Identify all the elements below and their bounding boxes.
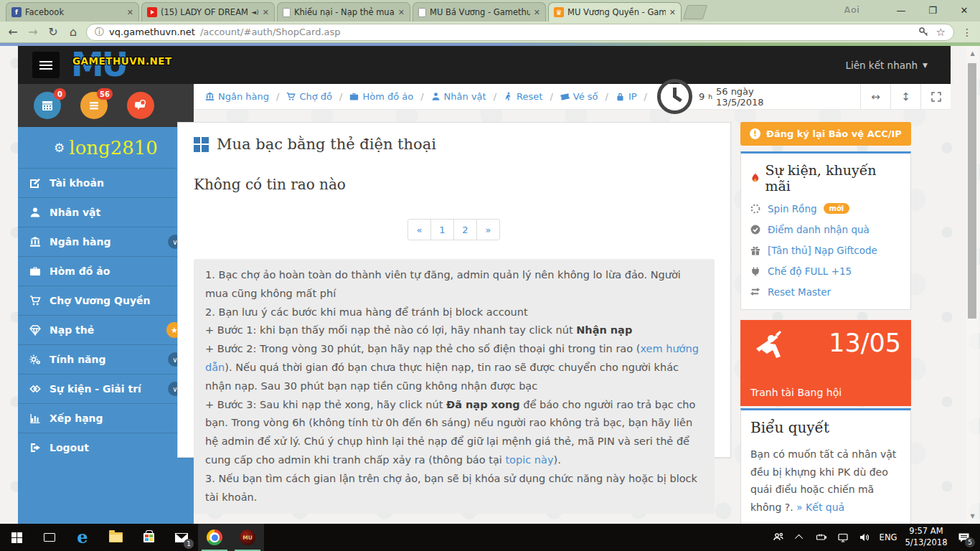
sidebar-item-label: Chợ Vương Quyền (50, 295, 150, 306)
pagination-prev[interactable]: « (407, 219, 431, 240)
battery-icon[interactable] (811, 524, 832, 551)
chrome-profile-name[interactable]: Aoi (844, 5, 859, 15)
sidebar-item-ngan-hang[interactable]: Ngân hàng ∨ (18, 227, 194, 256)
protect-acc-ip-button[interactable]: ! Đăng ký lại Bảo vệ ACC/IP (740, 122, 911, 146)
breadcrumb-link-ve-so[interactable]: Vé số (560, 91, 598, 102)
tab-close-icon[interactable]: ✕ (263, 8, 269, 17)
task-view-button[interactable] (33, 524, 66, 551)
quick-links-dropdown[interactable]: Liên kết nhanh ▼ (845, 46, 928, 84)
network-icon[interactable] (832, 524, 854, 551)
bar-chart-icon (29, 413, 50, 424)
calendar-button[interactable]: 0 (34, 92, 61, 119)
tab-close-icon[interactable]: ✕ (398, 8, 405, 17)
tab-youtube[interactable]: (15) LADY OF DREAM ◄) ✕ (141, 2, 275, 22)
chrome-button[interactable] (198, 524, 231, 551)
fullscreen-icon[interactable] (920, 84, 951, 110)
tab-audio-icon[interactable]: ◄) (251, 9, 258, 16)
event-link-spin-rong[interactable]: Spin Rồng mới (750, 198, 901, 219)
forward-icon[interactable]: → (26, 25, 40, 39)
tab-close-icon[interactable]: ✕ (534, 8, 540, 17)
tab-close-icon[interactable]: ✕ (669, 8, 676, 17)
pagination-next[interactable]: » (476, 219, 500, 240)
warrior-icon (752, 329, 791, 367)
page-scrollbar[interactable]: ▲ ▼ (966, 46, 979, 524)
pagination-page-2[interactable]: 2 (453, 219, 477, 240)
resize-horizontal-icon[interactable]: ↔ (860, 84, 890, 110)
event-link-giftcode[interactable]: [Tân thủ] Nạp Giftcode (750, 240, 901, 260)
event-card[interactable]: 13/05 Tranh tài Bang hội (740, 320, 911, 406)
gear-icon: ⚙ (54, 141, 65, 155)
page-info-icon[interactable]: ⓘ (95, 26, 104, 39)
walking-person-icon (504, 92, 513, 101)
scroll-up-icon[interactable]: ▲ (966, 50, 979, 57)
new-tab-button[interactable] (683, 5, 707, 19)
sidebar-item-nap-the[interactable]: Nạp thẻ ★ (18, 315, 194, 344)
breadcrumb-link-nhan-vat[interactable]: Nhân vật (431, 91, 486, 102)
edge-button[interactable]: e (66, 524, 99, 551)
site-logo[interactable]: MU GAMETHUVN.NET (71, 46, 126, 85)
volume-icon[interactable] (854, 524, 875, 551)
scroll-down-icon[interactable]: ▼ (966, 513, 979, 519)
sidebar-item-label: Nhân vật (50, 207, 100, 218)
hidden-icons-chevron[interactable] (789, 524, 811, 551)
sidebar-item-nhan-vat[interactable]: Nhân vật (18, 197, 194, 227)
hamburger-menu-icon[interactable] (32, 52, 60, 78)
home-icon[interactable]: ⌂ (66, 25, 80, 39)
tab-khieu-nai[interactable]: Khiếu nại - Nạp thẻ mua ✕ (277, 2, 410, 22)
instruction-line: 2. Bạn lưu ý các bước khi mua hàng để tr… (205, 303, 703, 322)
scrollbar-thumb[interactable] (968, 63, 976, 319)
sidebar-item-cho-vuong-quyen[interactable]: Chợ Vương Quyền (18, 286, 194, 315)
sidebar-item-logout[interactable]: Logout (18, 433, 194, 462)
event-link-full-15[interactable]: Chế độ FULL +15 (750, 260, 901, 281)
back-icon[interactable]: ← (6, 25, 20, 39)
poll-question: Bạn có muốn tất cả nhân vật đều bị khựng… (750, 446, 901, 516)
close-button[interactable]: ✕ (948, 0, 980, 20)
breadcrumb-link-hom-do-ao[interactable]: Hòm đồ ảo (349, 91, 413, 102)
pagination-page-1[interactable]: 1 (430, 219, 454, 240)
breadcrumb-link-reset[interactable]: Reset (504, 91, 542, 102)
sidebar-item-tai-khoan[interactable]: Tài khoản (18, 168, 194, 197)
bank-icon (29, 236, 50, 248)
bookmark-star-icon[interactable]: ☆ (936, 26, 946, 39)
poll-result-link[interactable]: » Kết quả (796, 501, 844, 513)
breadcrumb-link-cho-do[interactable]: Chợ đồ (286, 91, 332, 102)
store-button[interactable] (132, 524, 165, 551)
start-button[interactable] (0, 524, 33, 551)
taskbar-clock[interactable]: 9:57 AM5/13/2018 (901, 524, 951, 551)
breadcrumb-link-ngan-hang[interactable]: Ngân hàng (205, 91, 269, 102)
cart-icon (286, 92, 296, 101)
gears-icon (29, 354, 50, 365)
file-explorer-button[interactable] (99, 524, 132, 551)
tab-close-icon[interactable]: ✕ (127, 8, 133, 17)
chrome-menu-icon[interactable]: ⋮ (960, 27, 974, 38)
browser-tabstrip: f Facebook ✕ (15) LADY OF DREAM ◄) ✕ Khi… (0, 0, 980, 22)
events-panel-title: Sự kiện, khuyến mãi (765, 162, 902, 194)
sidebar-item-xep-hang[interactable]: Xếp hạng (18, 403, 194, 433)
tab-mu-vuong-quyen-active[interactable]: ♛ MU Vương Quyền - Gam ✕ (548, 2, 682, 22)
resize-vertical-icon[interactable]: ↕ (890, 84, 920, 110)
page-title: Mua bạc bằng thẻ điện thoại (217, 136, 436, 153)
list-button[interactable]: 56 (80, 92, 108, 119)
event-link-reset-master[interactable]: Reset Master (750, 281, 901, 302)
people-icon[interactable] (768, 524, 789, 551)
tab-facebook[interactable]: f Facebook ✕ (6, 2, 139, 22)
logout-icon (29, 442, 50, 453)
restore-button[interactable]: ❐ (917, 0, 948, 20)
chat-button[interactable] (127, 92, 154, 119)
key-icon[interactable] (918, 27, 929, 37)
action-center-button[interactable]: 5 (951, 524, 976, 551)
poll-panel: Biểu quyết Bạn có muốn tất cả nhân vật đ… (740, 408, 911, 524)
reload-icon[interactable]: ↻ (46, 25, 60, 39)
language-indicator[interactable]: ENG (875, 524, 901, 551)
tab-mu-ba-vuong[interactable]: MU Bá Vương - Gamethu ✕ (413, 2, 546, 22)
mail-button[interactable]: 1 (165, 524, 198, 551)
breadcrumb-link-ip[interactable]: IP (616, 91, 637, 102)
minimize-button[interactable]: — (885, 0, 917, 20)
address-bar[interactable]: ⓘ vq.gamethuvn.net /account/#auth/ShopCa… (86, 24, 954, 41)
event-link-diem-danh[interactable]: Điểm danh nhận quà (750, 219, 901, 240)
sidebar-item-tinh-nang[interactable]: Tính năng ∨ (18, 344, 194, 374)
mu-game-button[interactable]: MU (231, 524, 264, 551)
sidebar-item-hom-do-ao[interactable]: Hòm đồ ảo (18, 256, 194, 286)
event-link-label: Chế độ FULL +15 (768, 265, 852, 277)
sidebar-item-su-kien-giai-tri[interactable]: Sự kiện - Giải trí ∨ (18, 374, 194, 403)
